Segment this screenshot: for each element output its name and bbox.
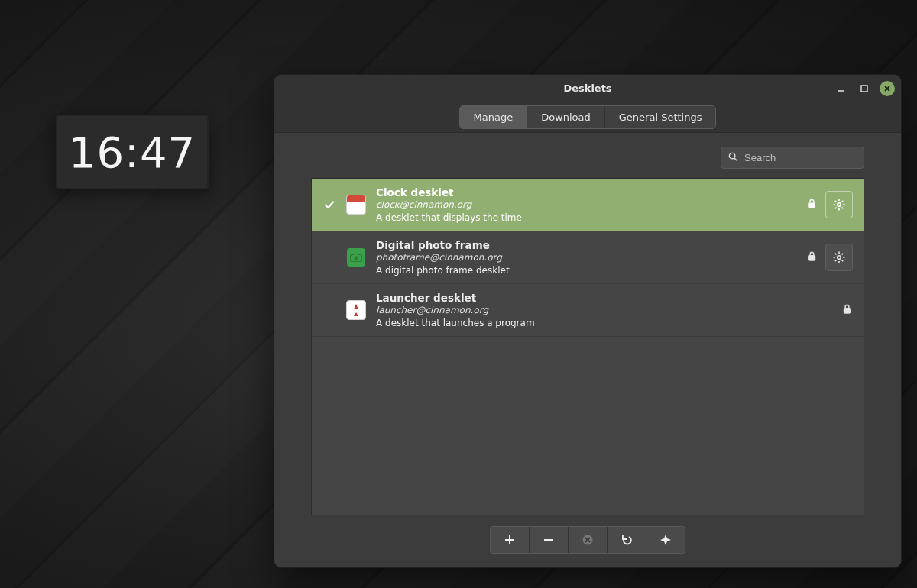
svg-rect-1 xyxy=(861,86,867,92)
search-bar xyxy=(311,147,864,169)
svg-rect-30 xyxy=(844,308,850,313)
desklet-name: Launcher desklet xyxy=(376,292,832,304)
clock-time: 16:47 xyxy=(69,128,196,177)
desklet-icon xyxy=(345,194,367,215)
svg-rect-6 xyxy=(808,202,815,208)
undo-button[interactable] xyxy=(608,527,646,553)
svg-rect-19 xyxy=(354,253,358,255)
content-area: Clock deskletclock@cinnamon.orgA desklet… xyxy=(274,133,901,567)
desklet-id: launcher@cinnamon.org xyxy=(376,305,832,315)
desklet-description: A digital photo frame desklet xyxy=(376,265,797,276)
desklet-name: Digital photo frame xyxy=(376,239,797,251)
svg-line-26 xyxy=(835,254,837,255)
svg-point-4 xyxy=(729,153,735,159)
clock-icon xyxy=(346,195,366,215)
desklet-actions xyxy=(806,244,853,271)
desklets-window: Desklets Manage Download General Setting… xyxy=(274,74,902,568)
add-button[interactable] xyxy=(491,527,530,553)
close-button[interactable] xyxy=(880,81,895,96)
desklet-id: photoframe@cinnamon.org xyxy=(376,252,797,263)
svg-rect-20 xyxy=(808,255,815,260)
clock-desklet[interactable]: 16:47 xyxy=(56,115,209,189)
lock-icon xyxy=(806,198,818,212)
active-check xyxy=(322,199,336,211)
svg-point-18 xyxy=(354,256,358,260)
desklet-description: A desklet that displays the time xyxy=(376,212,797,223)
lock-icon xyxy=(841,303,853,318)
search-input[interactable] xyxy=(743,151,857,164)
window-controls xyxy=(834,75,895,102)
desklet-actions xyxy=(841,303,853,318)
minimize-button[interactable] xyxy=(834,81,849,96)
desklet-icon xyxy=(345,247,367,268)
desklet-texts: Digital photo framephotoframe@cinnamon.o… xyxy=(376,239,797,276)
svg-point-7 xyxy=(838,203,841,207)
tab-group: Manage Download General Settings xyxy=(459,105,717,129)
toolbar-wrap xyxy=(311,526,864,554)
desklet-id: clock@cinnamon.org xyxy=(376,199,797,210)
svg-line-12 xyxy=(835,201,837,202)
configure-button[interactable] xyxy=(825,191,853,218)
svg-line-14 xyxy=(842,201,844,202)
desklet-texts: Clock deskletclock@cinnamon.orgA desklet… xyxy=(376,186,797,223)
desklet-icon xyxy=(345,299,367,321)
svg-line-28 xyxy=(842,254,844,255)
configure-button[interactable] xyxy=(825,244,853,271)
svg-line-13 xyxy=(842,208,844,209)
toolbar xyxy=(490,526,685,554)
tab-general-settings[interactable]: General Settings xyxy=(605,106,716,128)
tab-download[interactable]: Download xyxy=(527,106,605,128)
highlight-button[interactable] xyxy=(646,527,685,553)
svg-line-29 xyxy=(835,260,837,262)
titlebar[interactable]: Desklets xyxy=(274,75,901,102)
desklet-row[interactable]: Launcher deskletlauncher@cinnamon.orgA d… xyxy=(312,284,864,337)
svg-line-5 xyxy=(734,158,737,160)
remove-button[interactable] xyxy=(530,527,569,553)
window-title: Desklets xyxy=(563,82,611,94)
tabbar: Manage Download General Settings xyxy=(274,102,901,133)
maximize-button[interactable] xyxy=(857,81,872,96)
svg-line-27 xyxy=(842,260,844,262)
disable-button[interactable] xyxy=(569,527,608,553)
tab-manage[interactable]: Manage xyxy=(460,106,528,128)
desklet-list[interactable]: Clock deskletclock@cinnamon.orgA desklet… xyxy=(311,178,864,515)
desklet-texts: Launcher deskletlauncher@cinnamon.orgA d… xyxy=(376,292,832,328)
desklet-description: A desklet that launches a program xyxy=(376,318,832,328)
launcher-icon xyxy=(346,300,366,320)
desklet-name: Clock desklet xyxy=(376,186,797,199)
svg-line-15 xyxy=(835,208,837,209)
lock-icon xyxy=(806,250,818,265)
desklet-actions xyxy=(806,191,853,218)
desklet-row[interactable]: Digital photo framephotoframe@cinnamon.o… xyxy=(312,231,864,284)
camera-icon xyxy=(347,248,365,267)
search-icon xyxy=(727,150,738,165)
search-box[interactable] xyxy=(721,147,864,169)
svg-point-21 xyxy=(838,256,841,260)
desklet-row[interactable]: Clock deskletclock@cinnamon.orgA desklet… xyxy=(312,179,864,231)
